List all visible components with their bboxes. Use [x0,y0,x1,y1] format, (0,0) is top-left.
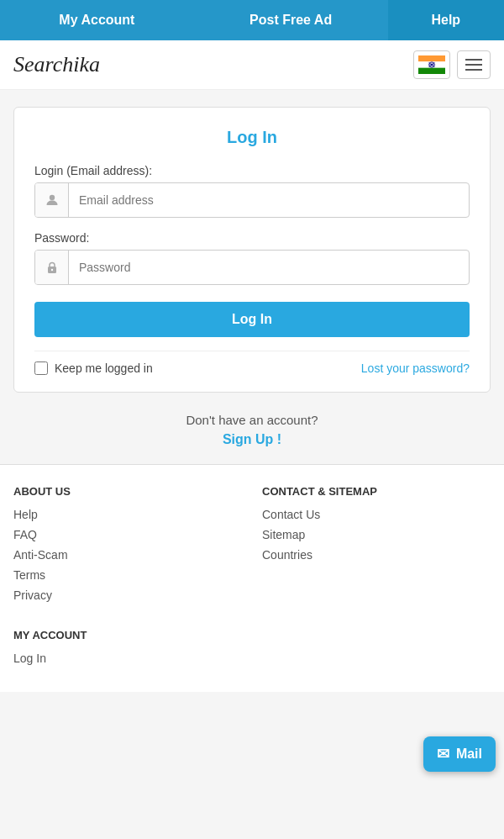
my-account-links: Log In [13,652,491,665]
email-group: Login (Email address): [34,164,470,218]
svg-point-14 [49,195,54,200]
keep-logged-checkbox[interactable] [34,361,48,375]
footer-link[interactable]: Anti-Scam [13,548,242,562]
nav-my-account[interactable]: My Account [0,0,194,40]
lost-password-link[interactable]: Lost your password? [361,361,470,375]
login-button[interactable]: Log In [34,302,470,337]
lock-icon [35,251,69,284]
signup-link[interactable]: Sign Up ! [0,432,504,447]
password-input[interactable] [69,254,469,281]
login-footer: Keep me logged in Lost your password? [34,351,470,375]
mail-button[interactable]: ✉ Mail [423,736,496,772]
top-nav: My Account Post Free Ad Help [0,0,504,40]
signup-section: Don't have an account? Sign Up ! [0,413,504,447]
email-input[interactable] [69,187,469,214]
logo: Searchika [13,52,100,77]
my-account-title: MY ACCOUNT [13,629,491,641]
header: Searchika [0,40,504,90]
mail-label: Mail [456,747,482,762]
footer-link[interactable]: Contact Us [262,508,491,521]
contact-links: Contact UsSitemapCountries [262,508,491,562]
email-input-wrapper [34,182,470,218]
about-links: HelpFAQAnti-ScamTermsPrivacy [13,508,242,602]
keep-logged-label: Keep me logged in [55,361,153,375]
about-title: ABOUT US [13,485,242,498]
svg-rect-1 [418,55,445,61]
menu-icon-line3 [465,69,482,71]
password-label: Password: [34,231,470,245]
mail-icon: ✉ [437,745,449,763]
nav-help[interactable]: Help [388,0,504,40]
password-group: Password: [34,231,470,285]
menu-icon-line1 [465,59,482,61]
nav-post-free-ad[interactable]: Post Free Ad [194,0,388,40]
signup-prompt: Don't have an account? [186,413,318,427]
contact-section: CONTACT & SITEMAP Contact UsSitemapCount… [262,485,491,609]
footer-link[interactable]: FAQ [13,528,242,541]
footer: ABOUT US HelpFAQAnti-ScamTermsPrivacy CO… [0,464,504,692]
footer-link[interactable]: Sitemap [262,528,491,541]
keep-logged-wrapper: Keep me logged in [34,361,153,375]
flag-button[interactable] [413,50,450,79]
footer-link[interactable]: Countries [262,548,491,562]
footer-link[interactable]: Terms [13,568,242,582]
header-controls [413,50,491,79]
menu-button[interactable] [457,50,491,79]
footer-grid: ABOUT US HelpFAQAnti-ScamTermsPrivacy CO… [13,485,491,609]
user-icon [35,183,69,217]
footer-link[interactable]: Help [13,508,242,521]
my-account-section: MY ACCOUNT Log In [13,629,491,665]
about-section: ABOUT US HelpFAQAnti-ScamTermsPrivacy [13,485,242,609]
contact-title: CONTACT & SITEMAP [262,485,491,498]
svg-point-16 [50,269,52,271]
login-card: Log In Login (Email address): Password: [13,107,491,393]
password-input-wrapper [34,250,470,285]
footer-link[interactable]: Log In [13,652,491,665]
india-flag-icon [418,55,445,74]
menu-icon-line2 [465,64,482,66]
svg-rect-3 [418,68,445,74]
email-label: Login (Email address): [34,164,470,177]
footer-link[interactable]: Privacy [13,588,242,602]
login-title: Log In [34,128,470,147]
